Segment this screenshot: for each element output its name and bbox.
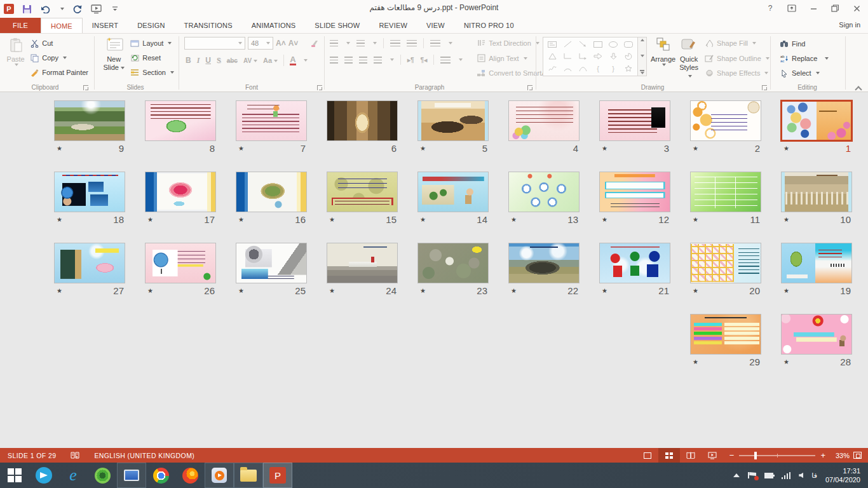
paste-button[interactable]: Paste [4,36,27,80]
section-button[interactable]: Section [128,65,176,79]
font-name-combo[interactable] [184,37,245,50]
shapes-more-icon[interactable] [640,70,644,74]
font-size-combo[interactable]: 48 [248,37,273,50]
slide-thumbnail[interactable] [508,172,580,212]
transition-star-icon[interactable]: ★ [602,145,607,152]
shape-option-triangle[interactable] [548,51,557,62]
slide-thumbnail[interactable] [508,243,580,283]
transition-star-icon[interactable]: ★ [783,216,789,223]
select-button[interactable]: Select [777,67,844,80]
shape-option-left-brace[interactable]: { [597,65,599,72]
language-status[interactable]: ENGLISH (UNITED KINGDOM) [94,452,194,459]
shape-option-star[interactable] [625,63,632,74]
transition-star-icon[interactable]: ★ [783,287,789,294]
taskbar-telegram-button[interactable] [29,463,58,488]
shape-option-textbox[interactable] [548,39,557,50]
transition-star-icon[interactable]: ★ [511,287,517,294]
slide-thumbnail[interactable] [781,172,852,212]
slide-sorter-area[interactable]: ★ 1 ★ 2 ★ 3 ★ 4 ★ 5 ★ 6 [0,93,868,448]
slide-thumbnail[interactable] [54,172,125,212]
taskbar-internet-explorer-button[interactable]: e [58,463,88,488]
tab-home[interactable]: HOME [41,18,83,33]
rtl-direction-button[interactable]: ¶◂ [421,57,428,64]
slide-thumbnail[interactable] [417,100,489,141]
slide-thumbnail[interactable] [690,243,761,283]
increase-indent-button[interactable] [407,40,417,47]
taskbar-file-explorer-button[interactable] [234,463,263,488]
redo-icon[interactable] [71,3,83,15]
transition-star-icon[interactable]: ★ [238,287,244,294]
new-slide-button[interactable]: New Slide [100,36,128,80]
battery-icon[interactable] [764,473,773,478]
taskbar-remote-desktop-button[interactable] [117,463,146,488]
shapes-scroll-down-icon[interactable] [641,55,644,57]
close-button[interactable] [848,1,865,15]
action-center-flag-icon[interactable] [748,472,756,478]
taskbar-media-player-button[interactable] [205,463,234,488]
slide-thumbnail[interactable] [327,243,398,283]
transition-star-icon[interactable]: ★ [57,216,62,223]
restore-button[interactable] [826,1,844,15]
shape-option-arrow-right[interactable] [593,51,602,62]
shape-option-line[interactable] [564,39,572,50]
format-painter-button[interactable]: Format Painter [27,65,90,79]
shape-option-arrow[interactable] [579,39,587,50]
shape-option-pie[interactable] [625,51,632,62]
italic-button[interactable]: I [197,56,200,65]
slide-thumbnail[interactable] [417,172,489,212]
clear-formatting-icon[interactable] [309,38,320,48]
shape-option-oval[interactable] [609,39,618,50]
zoom-out-button[interactable]: − [729,451,735,460]
transition-star-icon[interactable]: ★ [693,287,698,294]
transition-star-icon[interactable]: ★ [57,287,62,294]
customize-qat-icon[interactable] [109,3,121,15]
reading-view-button[interactable] [680,448,702,463]
arrange-button[interactable]: Arrange [651,36,675,80]
transition-star-icon[interactable]: ★ [147,216,153,223]
shape-effects-button[interactable]: Shape Effects [702,66,771,80]
zoom-level[interactable]: 33% [832,452,850,459]
transition-star-icon[interactable]: ★ [147,287,153,294]
numbering-button[interactable] [356,40,365,47]
ltr-direction-button[interactable]: ▸¶ [407,57,414,64]
volume-icon[interactable] [799,473,803,478]
transition-star-icon[interactable]: ★ [783,358,789,365]
slide-show-button[interactable] [702,448,723,463]
tab-animations[interactable]: ANIMATIONS [242,18,306,33]
network-signal-icon[interactable] [782,472,790,479]
align-left-button[interactable] [330,57,338,64]
zoom-in-button[interactable]: + [820,451,825,460]
text-shadow-button[interactable]: S [217,56,221,65]
quick-styles-button[interactable]: Quick Styles [679,36,698,80]
transition-star-icon[interactable]: ★ [329,287,335,294]
slide-thumbnail[interactable] [599,243,670,283]
tab-file[interactable]: FILE [0,18,41,33]
underline-button[interactable]: U [205,56,211,65]
slide-thumbnail[interactable] [599,100,670,141]
transition-star-icon[interactable]: ★ [693,216,698,223]
minimize-button[interactable] [804,1,822,15]
transition-star-icon[interactable]: ★ [329,216,335,223]
shapes-gallery[interactable]: { } [543,37,638,76]
shapes-scroll-up-icon[interactable] [641,39,644,41]
transition-star-icon[interactable]: ★ [693,358,698,365]
transition-star-icon[interactable]: ★ [511,216,517,223]
cut-button[interactable]: Cut [27,36,90,50]
taskbar-clock[interactable]: 17:31 07/04/2020 [825,466,860,484]
shape-option-elbow[interactable] [564,51,572,62]
taskbar-powerpoint-button[interactable]: P [263,463,292,488]
tab-insert[interactable]: INSERT [83,18,128,33]
slide-thumbnail[interactable] [690,172,761,212]
replace-button[interactable]: abac Replace [777,51,844,65]
spell-check-icon[interactable] [70,451,80,459]
ribbon-display-options-button[interactable] [783,1,801,15]
slide-thumbnail[interactable] [54,243,125,283]
reset-button[interactable]: Reset [128,51,176,65]
shapes-gallery-scrollbar[interactable] [638,37,647,76]
slide-thumbnail[interactable] [145,172,216,212]
find-button[interactable]: Find [777,37,844,50]
line-spacing-button[interactable] [430,40,440,47]
transition-star-icon[interactable]: ★ [693,145,698,152]
slide-thumbnail[interactable] [599,172,670,212]
columns-button[interactable] [440,57,451,64]
